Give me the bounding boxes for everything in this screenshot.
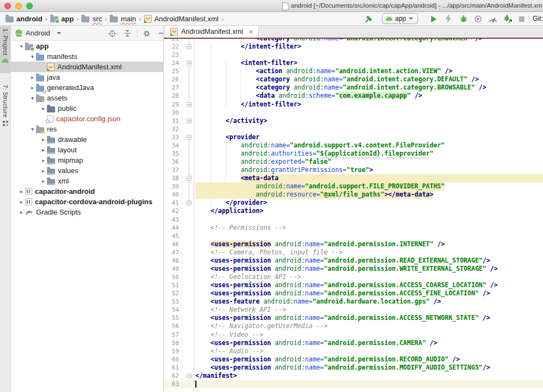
- code-line-53[interactable]: <uses-feature android:name="android.hard…: [195, 298, 543, 306]
- tree-right-arrow-icon[interactable]: ▸: [18, 199, 25, 205]
- code-line-59[interactable]: <!-- Audio -->: [195, 347, 543, 355]
- fold-marker-line-62[interactable]: [187, 373, 192, 378]
- gear-icon[interactable]: [141, 28, 151, 38]
- code-line-57[interactable]: <!-- Video -->: [195, 331, 543, 339]
- tree-right-arrow-icon[interactable]: ▸: [40, 168, 47, 174]
- fold-marker-line-31[interactable]: [187, 118, 192, 123]
- breadcrumb-android[interactable]: android: [5, 15, 43, 23]
- code-line-34[interactable]: android:name="android.support.v4.content…: [195, 141, 543, 150]
- tree-right-arrow-icon[interactable]: ▸: [40, 136, 47, 142]
- tree-item-app[interactable]: ▾app: [11, 41, 163, 51]
- minimize-window-button[interactable]: [15, 3, 22, 9]
- tree-item-generatedjava[interactable]: ▸generatedJava: [11, 82, 163, 93]
- tree-down-arrow-icon[interactable]: ▾: [29, 95, 36, 101]
- code-line-26[interactable]: <category android:name="android.intent.c…: [195, 75, 543, 84]
- editor-tab-androidmanifest[interactable]: <> AndroidManifest.xml ✕: [165, 26, 259, 38]
- tree-item-capacitor-cordova-android-plugins[interactable]: ▸capacitor-cordova-android-plugins: [11, 197, 163, 207]
- code-line-58[interactable]: <uses-permission android:name="android.p…: [195, 339, 543, 347]
- code-line-49[interactable]: <uses-permission android:name="android.p…: [195, 265, 543, 273]
- breadcrumb-src[interactable]: src: [81, 15, 102, 23]
- fold-marker-line-38[interactable]: [187, 176, 192, 181]
- tree-item-capacitor-config-json[interactable]: capacitor.config.json: [11, 114, 163, 124]
- code-line-55[interactable]: <uses-permission android:name="android.p…: [195, 314, 543, 322]
- code-line-38[interactable]: <meta-data: [195, 174, 543, 182]
- code-line-42[interactable]: </application>: [195, 207, 543, 215]
- tree-item-androidmanifest-xml[interactable]: <>AndroidManifest.xml: [11, 62, 163, 72]
- fold-marker-line-41[interactable]: [187, 200, 192, 205]
- code-line-36[interactable]: android:exported="false": [195, 158, 543, 166]
- tree-right-arrow-icon[interactable]: ▸: [18, 188, 25, 194]
- tool-window-button-structure[interactable]: 7: Structure: [0, 82, 10, 140]
- code-line-22[interactable]: </intent-filter>: [195, 43, 543, 51]
- tree-item-gradle-scripts[interactable]: ▸Gradle Scripts: [11, 207, 163, 217]
- tree-right-arrow-icon[interactable]: ▸: [29, 74, 36, 80]
- tree-right-arrow-icon[interactable]: ▸: [40, 105, 47, 111]
- code-line-30[interactable]: [195, 109, 543, 117]
- tree-item-java[interactable]: ▸java: [11, 72, 163, 82]
- project-view-selector[interactable]: Android: [26, 29, 50, 37]
- code-line-43[interactable]: [195, 216, 543, 224]
- debug-button[interactable]: [457, 13, 470, 25]
- code-line-24[interactable]: <intent-filter>: [195, 59, 543, 67]
- code-line-63[interactable]: [195, 380, 543, 388]
- code-line-56[interactable]: <!-- Navigator.getUserMedia -->: [195, 322, 543, 330]
- fold-marker-line-24[interactable]: [187, 61, 192, 66]
- code-line-48[interactable]: <uses-permission android:name="android.p…: [195, 257, 543, 265]
- code-line-25[interactable]: <action android:name="android.intent.act…: [195, 67, 543, 75]
- code-line-40[interactable]: android:resource="@xml/file_paths"></met…: [195, 191, 543, 199]
- tree-down-arrow-icon[interactable]: ▾: [29, 126, 36, 132]
- hide-panel-button[interactable]: [157, 28, 164, 38]
- code-line-60[interactable]: <uses-permission android:name="android.p…: [195, 355, 543, 364]
- code-line-46[interactable]: <uses-permission android:name="android.p…: [195, 240, 543, 248]
- git-branch-widget[interactable]: Git:: [533, 15, 543, 22]
- tree-right-arrow-icon[interactable]: ▸: [18, 209, 25, 215]
- code-line-41[interactable]: </provider>: [195, 199, 543, 207]
- code-line-29[interactable]: </intent-filter>: [195, 100, 543, 109]
- close-icon[interactable]: ✕: [248, 28, 253, 35]
- run-configuration-select[interactable]: app: [382, 13, 418, 24]
- locate-file-button[interactable]: [107, 28, 117, 38]
- code-line-32[interactable]: [195, 125, 543, 133]
- apply-changes-button[interactable]: [442, 13, 455, 25]
- code-line-45[interactable]: [195, 232, 543, 240]
- code-line-27[interactable]: <category android:name="android.intent.c…: [195, 84, 543, 92]
- tree-item-capacitor-android[interactable]: ▸capacitor-android: [11, 186, 163, 197]
- code-line-23[interactable]: [195, 51, 543, 59]
- tool-window-button-project[interactable]: 1: Project: [0, 26, 10, 73]
- code-line-52[interactable]: <uses-permission android:name="android.p…: [195, 289, 543, 298]
- zoom-window-button[interactable]: [26, 3, 33, 9]
- code-line-50[interactable]: <!-- Geolocation API -->: [195, 273, 543, 281]
- code-line-62[interactable]: </manifest>: [195, 372, 543, 380]
- code-line-35[interactable]: android:authorities="${applicationId}.fi…: [195, 150, 543, 158]
- tree-item-mipmap[interactable]: ▸mipmap: [11, 155, 163, 165]
- tree-item-res[interactable]: ▾res: [11, 124, 163, 134]
- code-line-61[interactable]: <uses-permission android:name="android.p…: [195, 364, 543, 372]
- tree-item-drawable[interactable]: ▸drawable: [11, 134, 163, 145]
- code-line-37[interactable]: android:grantUriPermissions="true">: [195, 166, 543, 174]
- close-window-button[interactable]: [4, 3, 11, 9]
- tree-down-arrow-icon[interactable]: ▾: [29, 54, 36, 60]
- stop-button[interactable]: [515, 13, 528, 25]
- tree-right-arrow-icon[interactable]: ▸: [40, 147, 47, 153]
- code-line-39[interactable]: android:name="android.support.FILE_PROVI…: [195, 182, 543, 191]
- tree-right-arrow-icon[interactable]: ▸: [29, 85, 36, 91]
- breadcrumb-app[interactable]: app: [50, 15, 74, 23]
- code-line-28[interactable]: <data android:scheme="com.example.capapp…: [195, 92, 543, 100]
- tree-right-arrow-icon[interactable]: ▸: [40, 157, 47, 163]
- fold-marker-line-29[interactable]: [187, 102, 192, 107]
- breadcrumb-AndroidManifest.xml[interactable]: <>AndroidManifest.xml: [144, 15, 219, 23]
- code-line-54[interactable]: <!-- Network API -->: [195, 306, 543, 314]
- code-line-21[interactable]: <category android:name="android.intent.c…: [195, 39, 543, 43]
- tree-item-values[interactable]: ▸values: [11, 165, 163, 176]
- code-line-44[interactable]: <!-- Permissions -->: [195, 224, 543, 232]
- fold-marker-line-33[interactable]: [187, 135, 192, 140]
- breadcrumb-main[interactable]: main: [110, 15, 136, 23]
- tree-item-assets[interactable]: ▾assets: [11, 93, 163, 103]
- tree-item-xml[interactable]: ▸xml: [11, 176, 163, 186]
- tree-item-layout[interactable]: ▸layout: [11, 145, 163, 155]
- run-button[interactable]: [427, 13, 440, 25]
- attach-debugger-button[interactable]: [501, 13, 514, 25]
- tree-item-manifests[interactable]: ▾manifests: [11, 51, 163, 62]
- code-line-51[interactable]: <uses-permission android:name="android.p…: [195, 281, 543, 289]
- code-line-31[interactable]: </activity>: [195, 117, 543, 125]
